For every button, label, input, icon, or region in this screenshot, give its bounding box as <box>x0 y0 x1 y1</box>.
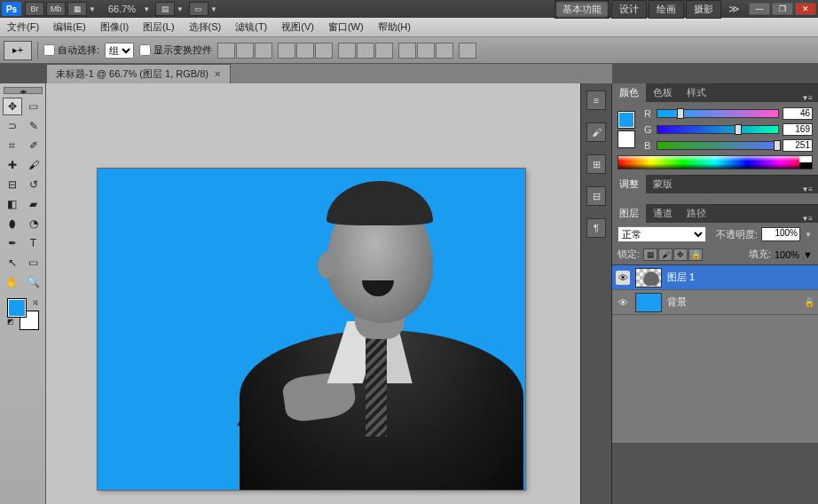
layer-thumbnail[interactable] <box>635 293 662 312</box>
shape-tool[interactable]: ▭ <box>24 254 43 272</box>
b-value-input[interactable]: 251 <box>783 139 813 152</box>
pen-tool[interactable]: ✒ <box>3 234 22 252</box>
viewmode-button[interactable]: ▦ <box>67 2 87 16</box>
tab-paths[interactable]: 路径 <box>680 204 713 223</box>
opacity-input[interactable]: 100% <box>761 227 800 241</box>
menu-window[interactable]: 窗口(W) <box>321 20 371 34</box>
arrange-button[interactable]: ▤ <box>155 2 175 16</box>
window-maximize-button[interactable]: ❐ <box>772 3 793 15</box>
minibridge-button[interactable]: Mb <box>46 2 66 16</box>
lock-transparent-icon[interactable]: ▦ <box>643 248 657 261</box>
tab-styles[interactable]: 样式 <box>680 83 713 102</box>
color-ramp[interactable] <box>617 155 813 169</box>
show-transform-checkbox[interactable]: 显示变换控件 <box>139 43 212 57</box>
dock-brushpresets-icon[interactable]: ⊞ <box>586 154 606 174</box>
panel-fg-swatch[interactable] <box>617 111 635 129</box>
gradient-tool[interactable]: ▰ <box>24 195 43 213</box>
tab-channels[interactable]: 通道 <box>646 204 680 223</box>
window-close-button[interactable]: ✕ <box>795 3 816 15</box>
menu-image[interactable]: 图像(I) <box>93 20 136 34</box>
align-top-icon[interactable] <box>217 43 235 59</box>
path-tool[interactable]: ↖ <box>3 254 22 272</box>
zoom-display[interactable]: 66.7% <box>108 4 136 14</box>
opacity-dd-icon[interactable]: ▼ <box>804 231 813 239</box>
g-value-input[interactable]: 169 <box>783 123 813 136</box>
b-slider[interactable] <box>657 141 779 150</box>
bridge-button[interactable]: Br <box>25 2 44 16</box>
current-tool-indicator[interactable]: ▸+ <box>4 41 32 60</box>
align-bottom-icon[interactable] <box>255 43 272 59</box>
history-brush-tool[interactable]: ↺ <box>24 176 43 193</box>
align-vcenter-icon[interactable] <box>236 43 254 59</box>
menu-help[interactable]: 帮助(H) <box>371 20 418 34</box>
screenmode-button[interactable]: ▭ <box>189 2 208 16</box>
workspace-more-icon[interactable]: ≫ <box>728 3 740 15</box>
layer-name[interactable]: 背景 <box>667 295 798 309</box>
workspace-basic[interactable]: 基本功能 <box>555 0 610 19</box>
crop-tool[interactable]: ⌗ <box>3 137 22 154</box>
tab-color[interactable]: 颜色 <box>612 83 646 102</box>
fill-input[interactable]: 100% <box>775 249 799 260</box>
layer-name[interactable]: 图层 1 <box>667 271 814 284</box>
default-colors-icon[interactable]: ◩ <box>7 318 14 326</box>
dock-clone-icon[interactable]: ⊟ <box>586 186 606 206</box>
hand-tool[interactable]: ✋ <box>3 273 22 291</box>
menu-select[interactable]: 选择(S) <box>182 20 229 34</box>
workspace-paint[interactable]: 绘画 <box>649 0 684 19</box>
blur-tool[interactable]: ⬮ <box>3 215 22 232</box>
marquee-tool[interactable]: ▭ <box>24 98 43 115</box>
heal-tool[interactable]: ✚ <box>3 156 22 174</box>
g-slider[interactable] <box>657 125 779 134</box>
screenmode-dd[interactable]: ▼ <box>210 5 217 13</box>
r-slider[interactable] <box>657 109 779 118</box>
viewmode-dd[interactable]: ▼ <box>89 5 96 13</box>
blend-mode-dropdown[interactable]: 正常 <box>617 226 706 242</box>
auto-select-target-dropdown[interactable]: 组 <box>105 43 134 59</box>
workspace-design[interactable]: 设计 <box>611 0 647 19</box>
menu-file[interactable]: 文件(F) <box>0 20 46 34</box>
dist-left-icon[interactable] <box>398 43 416 59</box>
lock-all-icon[interactable]: 🔒 <box>688 248 703 261</box>
r-value-input[interactable]: 46 <box>783 107 813 120</box>
swap-colors-icon[interactable]: ⤭ <box>32 298 39 307</box>
eraser-tool[interactable]: ◧ <box>3 195 22 213</box>
eyedropper-tool[interactable]: ✐ <box>24 137 43 154</box>
document-tab-close-icon[interactable]: ✕ <box>214 69 221 79</box>
dist-right-icon[interactable] <box>436 43 453 59</box>
arrange-dd[interactable]: ▼ <box>177 5 184 13</box>
auto-select-checkbox[interactable]: 自动选择: <box>43 43 99 57</box>
align-left-icon[interactable] <box>278 43 295 59</box>
quickselect-tool[interactable]: ✎ <box>24 117 43 135</box>
dodge-tool[interactable]: ◔ <box>24 215 43 232</box>
layer-thumbnail[interactable] <box>635 268 662 287</box>
menu-filter[interactable]: 滤镜(T) <box>228 20 274 34</box>
dist-top-icon[interactable] <box>338 43 356 59</box>
window-minimize-button[interactable]: — <box>749 3 770 15</box>
align-hcenter-icon[interactable] <box>296 43 314 59</box>
move-tool[interactable]: ✥ <box>3 98 22 115</box>
menu-edit[interactable]: 编辑(E) <box>46 20 93 34</box>
auto-align-icon[interactable] <box>459 43 476 59</box>
align-right-icon[interactable] <box>315 43 333 59</box>
dist-hcenter-icon[interactable] <box>417 43 435 59</box>
canvas-area[interactable]: X 网 system.com <box>46 83 580 504</box>
layer-visibility-icon[interactable]: 👁 <box>616 271 630 285</box>
zoom-dd[interactable]: ▼ <box>143 5 150 13</box>
workspace-photo[interactable]: 摄影 <box>686 0 721 19</box>
document-tab[interactable]: 未标题-1 @ 66.7% (图层 1, RGB/8) ✕ <box>46 64 231 83</box>
dock-char-icon[interactable]: ¶ <box>586 218 606 238</box>
panel-bg-swatch[interactable] <box>617 130 635 148</box>
canvas[interactable]: X 网 system.com <box>98 169 525 490</box>
adjust-panel-menu-icon[interactable]: ▼≡ <box>796 185 818 193</box>
zoom-tool[interactable]: 🔍 <box>24 273 43 291</box>
color-panel-menu-icon[interactable]: ▼≡ <box>796 94 818 102</box>
dock-brushes-icon[interactable]: 🖌 <box>586 122 606 142</box>
tab-swatches[interactable]: 色板 <box>646 83 680 102</box>
lock-pixels-icon[interactable]: 🖌 <box>658 248 672 261</box>
dock-history-icon[interactable]: ≡ <box>586 91 606 110</box>
stamp-tool[interactable]: ⊟ <box>3 176 22 193</box>
layer-row-1[interactable]: 👁 图层 1 <box>612 265 818 290</box>
toolbox-collapse-handle[interactable] <box>4 87 43 94</box>
tab-layers[interactable]: 图层 <box>612 204 646 223</box>
type-tool[interactable]: T <box>24 234 43 252</box>
